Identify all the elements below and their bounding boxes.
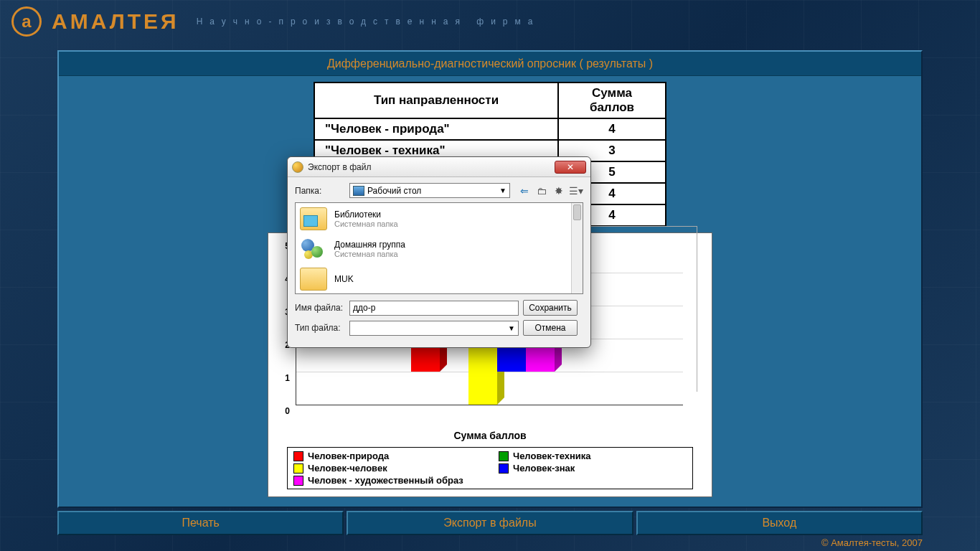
brand-name: АМАЛТЕЯ bbox=[52, 9, 179, 34]
chart-legend: Человек-природаЧеловек-техникаЧеловек-че… bbox=[287, 447, 693, 489]
filetype-label: Тип файла: bbox=[295, 323, 345, 333]
file-list[interactable]: Библиотеки Системная папка Домашняя груп… bbox=[295, 202, 583, 294]
folder-select[interactable]: Рабочий стол ▼ bbox=[349, 183, 510, 198]
up-icon[interactable]: 🗀 bbox=[534, 184, 549, 198]
logo-icon: а bbox=[11, 6, 42, 37]
legend-item: Человек-техника bbox=[499, 451, 687, 461]
desktop-icon bbox=[353, 186, 364, 196]
tagline: Научно-производственная фирма bbox=[197, 17, 540, 27]
col-type: Тип направленности bbox=[314, 83, 558, 118]
legend-item: Человек-человек bbox=[293, 463, 481, 474]
exit-button[interactable]: Выход bbox=[636, 511, 923, 535]
filetype-select[interactable]: ▼ bbox=[349, 321, 519, 336]
folder-label: Папка: bbox=[295, 186, 345, 196]
filename-input[interactable] bbox=[349, 301, 519, 316]
back-icon[interactable]: ⇐ bbox=[517, 184, 532, 198]
legend-item: Человек-природа bbox=[293, 451, 481, 461]
footer-copyright: © Амалтея-тесты, 2007 bbox=[821, 537, 923, 548]
list-item[interactable]: MUK bbox=[298, 266, 580, 294]
app-header: а АМАЛТЕЯ Научно-производственная фирма bbox=[0, 0, 980, 43]
folder-value: Рабочий стол bbox=[367, 186, 421, 196]
legend-item: Человек-знак bbox=[499, 463, 687, 474]
page-title: Дифференциально-диагностический опросник… bbox=[59, 52, 921, 76]
print-button[interactable]: Печать bbox=[57, 511, 344, 535]
legend-item: Человек - художественный образ bbox=[293, 475, 481, 486]
dialog-icon bbox=[292, 161, 303, 173]
bottom-bar: Печать Экспорт в файлы Выход bbox=[57, 511, 923, 535]
save-button[interactable]: Сохранить bbox=[523, 300, 578, 316]
cancel-button[interactable]: Отмена bbox=[523, 320, 578, 336]
dialog-title: Экспорт в файл bbox=[308, 162, 555, 172]
chart-xlabel: Сумма баллов bbox=[268, 427, 712, 447]
table-row: "Человек - природа"4 bbox=[314, 118, 666, 140]
folder-icon bbox=[300, 268, 327, 291]
export-button[interactable]: Экспорт в файлы bbox=[347, 511, 633, 535]
libraries-icon bbox=[300, 207, 327, 230]
list-item[interactable]: Библиотеки Системная папка bbox=[298, 206, 580, 236]
export-dialog: Экспорт в файл ✕ Папка: Рабочий стол ▼ ⇐… bbox=[287, 156, 591, 348]
list-item[interactable]: Домашняя группа Системная папка bbox=[298, 236, 580, 266]
homegroup-icon bbox=[300, 237, 327, 260]
close-button[interactable]: ✕ bbox=[555, 161, 586, 174]
col-score: Сумма баллов bbox=[558, 83, 666, 118]
dialog-titlebar[interactable]: Экспорт в файл ✕ bbox=[288, 157, 590, 177]
scrollbar[interactable] bbox=[571, 203, 583, 293]
new-folder-icon[interactable]: ✸ bbox=[552, 184, 566, 198]
filename-label: Имя файла: bbox=[295, 303, 345, 313]
view-menu-icon[interactable]: ☰▾ bbox=[569, 184, 583, 198]
